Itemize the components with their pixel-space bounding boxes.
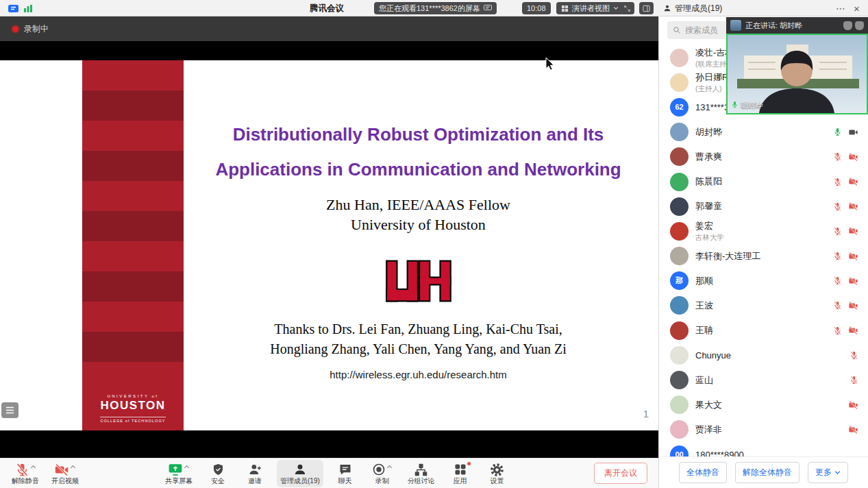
camera-off-icon[interactable] <box>848 202 858 211</box>
member-avatar <box>670 420 689 439</box>
member-row[interactable]: 胡封晔 <box>659 120 868 145</box>
mic-on-icon[interactable] <box>833 127 842 136</box>
notification-dot <box>467 462 471 465</box>
toolbar-item-invite[interactable]: 邀请 <box>240 460 270 487</box>
toolbar-item-apps[interactable]: 应用 <box>445 460 475 487</box>
speaker-video-frame[interactable]: 胡封晔 <box>726 34 868 114</box>
fullscreen-button[interactable] <box>620 2 634 14</box>
side-toolbar-toggle[interactable] <box>1 402 18 418</box>
toolbar-item-chat[interactable]: 聊天 <box>330 460 360 487</box>
toolbar-item-mic-off[interactable]: 解除静音 <box>8 460 42 487</box>
member-row[interactable]: 王波 <box>659 293 868 318</box>
stats-app-icon[interactable] <box>23 0 32 16</box>
mic-off-icon[interactable] <box>833 252 842 260</box>
camera-off-icon[interactable] <box>848 425 858 435</box>
meeting-app-icon[interactable] <box>8 0 18 16</box>
member-avatar <box>670 395 689 414</box>
toolbar-item-members[interactable]: 管理成员(19) <box>277 460 323 487</box>
mute-all-button[interactable]: 全体静音 <box>679 462 727 483</box>
member-status-icons <box>833 326 858 335</box>
member-status-icons <box>848 400 858 410</box>
camera-off-icon[interactable] <box>848 177 858 186</box>
member-row[interactable]: Chunyue <box>659 343 868 367</box>
member-row[interactable]: 陈晨阳 <box>659 169 868 194</box>
mic-off-icon[interactable] <box>15 463 29 477</box>
toolbar-item-label: 共享屏幕 <box>165 478 193 485</box>
reaction-hands <box>843 21 864 30</box>
mic-on-icon[interactable] <box>731 101 739 108</box>
member-avatar <box>670 296 689 315</box>
toolbar-item-shield[interactable]: 安全 <box>203 460 233 487</box>
chevron-up-icon[interactable] <box>184 464 190 469</box>
member-avatar <box>670 321 689 340</box>
member-row[interactable]: 那那顺 <box>659 269 868 293</box>
unmute-all-button[interactable]: 解除全体静音 <box>735 462 799 483</box>
camera-off-icon[interactable] <box>848 276 858 286</box>
member-row[interactable]: 李轩衡-大连理工 <box>659 244 868 269</box>
member-name: 果大文 <box>695 399 722 411</box>
member-role: 吉林大学 <box>695 233 724 243</box>
member-row[interactable]: 曹承爽 <box>659 145 868 169</box>
toolbar-item-share-screen[interactable]: 共享屏幕 <box>162 460 196 487</box>
view-mode-dropdown[interactable]: 演讲者视图 <box>556 2 623 14</box>
apps-icon <box>454 463 467 476</box>
more-button[interactable]: 更多 <box>808 462 848 483</box>
chevron-up-icon[interactable] <box>70 464 76 469</box>
close-icon[interactable]: × <box>854 0 860 16</box>
chevron-up-icon[interactable] <box>386 464 393 469</box>
member-name: 姜宏 <box>695 220 724 232</box>
camera-off-icon[interactable] <box>848 400 858 410</box>
member-row[interactable]: 郭馨童 <box>659 194 868 219</box>
search-placeholder: 搜索成员 <box>685 25 718 36</box>
ellipsis-icon[interactable]: ⋯ <box>836 0 845 16</box>
watching-screen-banner: 您正在观看131****3862的屏幕 <box>374 2 497 14</box>
toolbar: 解除静音 开启视频 共享屏幕安全邀请管理成员(19)聊天录制分组讨论应用设置 离… <box>0 458 658 488</box>
toolbar-item-label: 邀请 <box>248 478 262 485</box>
hand-icon <box>855 21 864 30</box>
camera-off-icon[interactable] <box>848 252 858 261</box>
member-row[interactable]: 姜宏吉林大学 <box>659 219 868 243</box>
list-icon <box>5 406 14 414</box>
member-row[interactable]: 王聃 <box>659 318 868 343</box>
toolbar-item-label: 安全 <box>211 478 225 485</box>
toolbar-item-camera-off[interactable]: 开启视频 <box>48 460 82 487</box>
camera-on-icon[interactable] <box>848 127 858 137</box>
camera-off-icon[interactable] <box>54 463 69 477</box>
record-dot-icon <box>12 26 18 32</box>
member-row[interactable]: 果大文 <box>659 393 868 417</box>
mic-off-icon[interactable] <box>833 326 842 335</box>
chevron-up-icon[interactable] <box>30 464 36 469</box>
toolbar-item-breakout[interactable]: 分组讨论 <box>404 460 438 487</box>
camera-off-icon[interactable] <box>848 152 858 162</box>
leave-meeting-button[interactable]: 离开会议 <box>594 463 647 484</box>
member-status-icons <box>833 152 858 162</box>
member-row[interactable]: 贾泽非 <box>659 417 868 442</box>
slide-page-number: 1 <box>643 408 649 419</box>
member-name: 郭馨童 <box>695 200 722 212</box>
speaker-video[interactable]: 正在讲话: 胡封晔 胡封晔 <box>726 17 868 114</box>
member-name: 那顺 <box>695 275 713 287</box>
layout-panes-button[interactable] <box>639 2 654 14</box>
camera-off-icon[interactable] <box>848 226 858 236</box>
mic-off-icon[interactable] <box>833 227 842 236</box>
mic-off-icon[interactable] <box>833 276 842 285</box>
mic-off-icon[interactable] <box>833 178 842 186</box>
mic-off-icon[interactable] <box>833 202 842 211</box>
toolbar-item-label: 解除静音 <box>12 478 39 485</box>
member-row[interactable]: 蓝山 <box>659 367 868 392</box>
camera-off-icon[interactable] <box>848 326 858 335</box>
mic-off-icon[interactable] <box>850 351 858 360</box>
mic-off-icon[interactable] <box>833 152 842 161</box>
record-icon <box>372 463 386 476</box>
member-avatar <box>670 346 689 365</box>
camera-off-icon[interactable] <box>848 301 858 310</box>
toolbar-item-label: 应用 <box>454 478 467 485</box>
member-avatar: 那 <box>670 271 689 290</box>
menubar: 腾讯会议 您正在观看131****3862的屏幕 10:08 演讲者视图 管理成… <box>0 0 868 16</box>
member-avatar <box>670 197 689 216</box>
mic-off-icon[interactable] <box>833 301 842 310</box>
member-row[interactable]: 00180****8900 <box>659 442 868 456</box>
toolbar-item-record[interactable]: 录制 <box>367 460 397 487</box>
mic-off-icon[interactable] <box>850 376 858 385</box>
toolbar-item-settings[interactable]: 设置 <box>482 460 512 487</box>
